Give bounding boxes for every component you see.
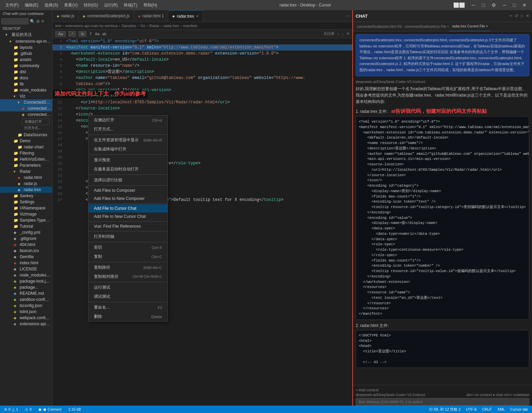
status-encoding[interactable]: UTF-8 (465, 407, 478, 412)
status-info-count[interactable]: ⚠ 0 (23, 407, 33, 412)
menu-item-add-new-cursor-chat[interactable]: Add File to New Cursor Chat (88, 212, 168, 221)
sidebar-item-tutorial[interactable]: 📁 Tutorial (0, 223, 52, 229)
sidebar-item-connectedscatterplot[interactable]: ▾ ConnectedScatterplot (0, 99, 52, 105)
sidebar-item-favicon[interactable]: ◈ favicon.ico (0, 248, 52, 254)
menu-item-debug-test[interactable]: 调试测试 (88, 292, 168, 301)
sidebar-item-radar-html[interactable]: ◈ radar.html (0, 174, 52, 181)
breadcrumb-part-2[interactable]: Samples (122, 24, 136, 28)
breadcrumb-part-3[interactable]: Viz (140, 24, 145, 28)
sidebar-item-connectedsc1[interactable]: ◈ connectedSc... (0, 111, 52, 118)
sidebar-search-bar[interactable]: 🔍 ⊞ ✕ (0, 17, 52, 26)
sidebar-item-tslint[interactable]: ◈ tslint.json (0, 309, 52, 315)
status-connect[interactable]: ◉ ◉ Connect (37, 407, 63, 412)
chat-tab-connectedscatterplot-file[interactable]: connectedScatterplot.html File × (354, 22, 402, 32)
menu-item-compare[interactable]: 选择以进行比较 (88, 175, 168, 185)
status-language[interactable]: XML (496, 407, 506, 412)
chat-add-context-button[interactable]: + Add context (356, 387, 529, 393)
sidebar-item-filtering[interactable]: 📁 Filtering (0, 150, 52, 156)
sidebar-item-hellovizensi[interactable]: 📁 HelloVizExtensi... (0, 156, 52, 162)
sidebar-item-github[interactable]: 📁 .github (0, 50, 52, 57)
menu-item-open-timestamp[interactable]: 打开时间轴 (88, 232, 168, 241)
open-side-by-side-hint[interactable]: 在侧边打开 (22, 118, 50, 125)
prev-result-icon[interactable]: ↑ (337, 32, 339, 36)
menu-item-delete[interactable]: 删除 Delete (88, 312, 168, 321)
chat-model-name[interactable]: deepseek-ai/DeepSeek-Coder-V2-Instruct (356, 393, 425, 397)
sidebar-item-index-html[interactable]: ◈ index.html (0, 260, 52, 266)
sidebar-item-404-html[interactable]: ◈ 404.html (0, 242, 52, 248)
sidebar-item-readme[interactable]: ◈ README.md (0, 290, 52, 296)
menu-item-open-terminal[interactable]: 在集成终端中打开 (88, 145, 168, 154)
status-errors[interactable]: ⊘ 0 △ 1 (3, 407, 19, 412)
sidebar-item-community[interactable]: 📁 community (0, 63, 52, 69)
sidebar-item-radar[interactable]: ▾ Radar (0, 168, 52, 174)
menu-help[interactable]: 帮助(H) (141, 2, 160, 9)
menu-view[interactable]: 查看(V) (61, 2, 80, 9)
minimize-button[interactable]: ─ (469, 2, 478, 8)
sidebar-toolbar-icon[interactable]: ⊞ (36, 19, 40, 24)
menu-file[interactable]: 文件(F) (3, 2, 21, 9)
whole-word-icon[interactable]: ab (102, 32, 106, 36)
case-sensitive-icon[interactable]: Aa (95, 32, 99, 36)
menu-item-rename[interactable]: 重命名... F2 (88, 303, 168, 312)
sidebar-item-node-modules-zip[interactable]: ◈ node_modules.zip (0, 272, 52, 278)
sidebar-item-extensions-zip[interactable]: ◈ extensions-api-main (1).zip (0, 321, 52, 327)
menu-item-add-cursor-chat[interactable]: Add File to Cursor Chat (88, 204, 168, 212)
sidebar-item-config-yml[interactable]: ◈ _config.yml (0, 229, 52, 235)
tab-close-icon[interactable]: ✕ (196, 14, 199, 18)
menu-edit[interactable]: 编辑(E) (22, 2, 41, 9)
menu-item-cut[interactable]: 剪切 Ctrl+X (88, 243, 168, 252)
sidebar-item-lib[interactable]: 📁 lib (0, 81, 52, 87)
menu-item-preview[interactable]: 显示预览 (88, 156, 168, 165)
sidebar-item-uinamespace[interactable]: 📁 UINamespace (0, 205, 52, 211)
menu-item-vue-find[interactable]: Vue: Find File References (88, 222, 168, 230)
sidebar-item-license[interactable]: ◈ LICENSE (0, 266, 52, 272)
menu-item-side-by-side[interactable]: 在侧边打开 Ctrl+d (88, 116, 168, 125)
menu-run[interactable]: 运行(R) (101, 2, 121, 9)
maximize-window[interactable]: □ (510, 2, 518, 8)
sidebar-item-connectedscatterplot-html[interactable]: ◈ connectedScatterplot.html (0, 105, 52, 111)
sidebar-item-extensions-api[interactable]: ▾ extensions-api-main-by (0, 38, 52, 44)
settings-button[interactable]: ⚙ (489, 2, 499, 8)
menu-goto[interactable]: 转到(G) (81, 2, 100, 9)
tab-radar-html[interactable]: ◈ radar.html 1 (134, 10, 168, 22)
chat-followup-input[interactable] (356, 398, 529, 406)
sidebar-item-gitignore[interactable]: ◈ .gitignore (0, 235, 52, 242)
sidebar-item-radar-chart[interactable]: 📁 radar-chart (0, 144, 52, 150)
sidebar-collapse-icon[interactable]: ✕ (41, 19, 44, 24)
minimize-window[interactable]: ─ (500, 2, 509, 8)
breadcrumb-part-4[interactable]: Radar (149, 24, 159, 28)
menu-item-reveal-explorer[interactable]: 在文件资源管理器中显示 Shift+Alt+R (88, 136, 168, 145)
status-file-size[interactable]: 2.15 kB (67, 407, 82, 411)
menu-item-copy[interactable]: 复制 Ctrl+C (88, 252, 168, 261)
chat-refresh-button[interactable]: ↺ (515, 14, 518, 18)
word-boundary-button[interactable]: \b (79, 31, 86, 37)
chat-tab-radar-trex[interactable]: radar.trex Current File × (449, 22, 491, 32)
sidebar-item-tsconfig[interactable]: ◈ tsconfig.json (0, 303, 52, 309)
chat-add-button[interactable]: + (510, 14, 512, 18)
menu-item-run-test[interactable]: 运行测试 (88, 283, 168, 292)
sidebar-item-datasources[interactable]: 📁 DataSources (0, 132, 52, 138)
sidebar-item-viz[interactable]: ▾ Viz (0, 93, 52, 99)
regex-button[interactable]: .* (68, 31, 76, 37)
breadcrumb-part-6[interactable]: manifest (183, 24, 197, 28)
breadcrumb-part-5[interactable]: radar.trex (163, 24, 179, 28)
sidebar-item-dist[interactable]: 📁 dist (0, 69, 52, 75)
sidebar-item-vizimage[interactable]: 📁 VizImage (0, 211, 52, 217)
breadcrumb-part-0[interactable]: test (55, 24, 61, 28)
sidebar-item-gemfile[interactable]: ◈ Gemfile (0, 254, 52, 260)
maximize-button[interactable]: □ (479, 2, 487, 8)
sidebar-item-webpack[interactable]: ◈ webpack.config.js (0, 315, 52, 321)
menu-select[interactable]: 选择(S) (42, 2, 61, 9)
tab-connected-scatterplot-js[interactable]: ◈ connectedScatterplot.js (79, 10, 134, 22)
sidebar-item-package-lock[interactable]: ◈ package-lock.json (0, 278, 52, 284)
sidebar-search-input[interactable] (1, 18, 28, 24)
chat-messages[interactable]: connectedScatterplot.trex, connectedScat… (353, 32, 532, 385)
menu-item-add-new-composer[interactable]: Add Files to New Composer (88, 194, 168, 203)
next-result-icon[interactable]: ↓ (342, 32, 344, 36)
sidebar-item-radar-js[interactable]: ◈ radar.js (0, 181, 52, 187)
sidebar-item-demo[interactable]: 📁 Demo (0, 138, 52, 144)
sidebar-item-sankey[interactable]: 📁 Sankey (0, 193, 52, 199)
window-controls[interactable]: ⬜⬜ ─ □ ⚙ ─ □ ✕ (451, 2, 529, 8)
menu-terminal[interactable]: 终端(T) (121, 2, 140, 9)
status-branch[interactable]: Cursor-tab (509, 407, 529, 412)
